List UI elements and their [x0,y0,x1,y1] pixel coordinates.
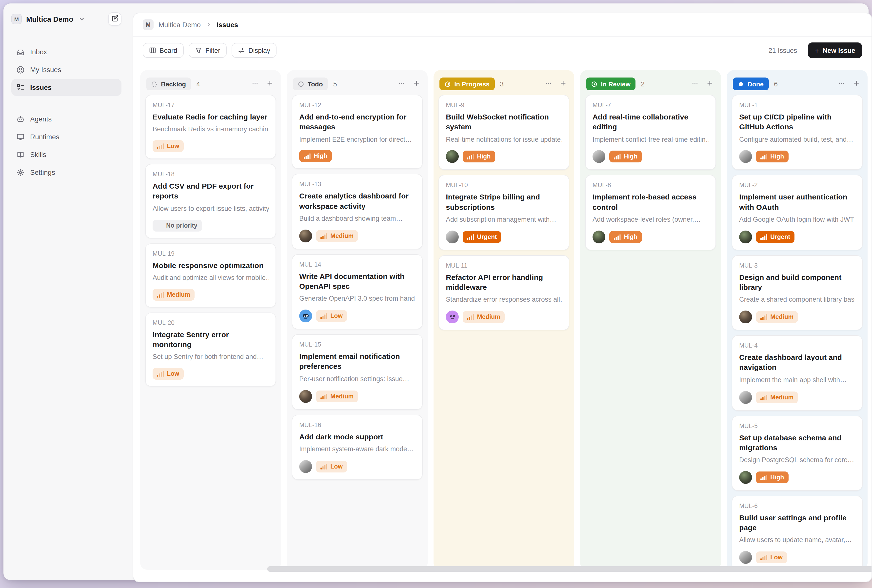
priority-badge: Urgent [756,231,795,243]
priority-label: Urgent [477,234,497,240]
issue-footer: Medium [739,310,855,323]
priority-bars-icon [467,154,474,160]
issue-card-mul-8[interactable]: MUL-8Implement role-based access control… [585,175,716,250]
column-more-button[interactable] [543,78,554,89]
priority-label: Medium [330,232,354,240]
workspace-switcher[interactable]: M Multica Demo [11,12,122,26]
column-add-button[interactable] [851,78,861,89]
board-view-button[interactable]: Board [143,43,184,58]
issue-card-mul-15[interactable]: MUL-15Implement email notification prefe… [292,334,423,410]
issues-count: 21 Issues [768,46,797,54]
column-more-button[interactable] [249,78,260,89]
kanban-column-done: Done6MUL-1Set up CI/CD pipeline with Git… [727,70,867,570]
issue-footer: High [593,231,708,243]
issue-card-mul-11[interactable]: MUL-11Refactor API error handling middle… [438,255,569,330]
filter-button[interactable]: Filter [189,43,227,58]
issue-description: Generate OpenAPI 3.0 spec from handl… [299,294,415,304]
issue-id: MUL-18 [153,171,269,178]
horizontal-scrollbar[interactable] [267,566,872,572]
display-button[interactable]: Display [231,43,277,58]
column-add-button[interactable] [264,78,275,89]
issue-card-mul-4[interactable]: MUL-4Create dashboard layout and navigat… [732,335,863,411]
sidebar-item-label: My Issues [30,66,61,74]
plus-icon: + [815,46,819,54]
column-count: 6 [774,80,778,88]
issue-card-mul-17[interactable]: MUL-17Evaluate Redis for caching layerBe… [145,95,276,159]
priority-badge: Low [153,140,184,152]
priority-badge: —No priority [153,219,202,231]
breadcrumb-workspace[interactable]: Multica Demo [159,21,201,28]
review-clock-icon [591,81,597,87]
issue-card-mul-13[interactable]: MUL-13Create analytics dashboard for wor… [292,174,423,249]
issue-card-mul-10[interactable]: MUL-10Integrate Stripe billing and subsc… [438,175,569,250]
issue-title: Design and build component library [739,273,855,292]
column-more-button[interactable] [396,78,407,89]
issue-footer: Urgent [739,231,855,243]
issue-title: Create dashboard layout and navigation [739,352,855,372]
issue-id: MUL-8 [593,182,708,189]
priority-bars-icon [320,393,327,399]
issue-description: Implement E2E encryption for direct… [299,135,415,144]
issue-card-mul-2[interactable]: MUL-2Implement user authentication with … [732,175,863,250]
column-label: Todo [308,80,323,88]
issue-card-mul-6[interactable]: MUL-6Build user settings and profile pag… [732,496,863,571]
issue-description: Implement the main app shell with… [739,375,855,385]
issue-id: MUL-9 [446,102,562,109]
issue-card-mul-7[interactable]: MUL-7Add real-time collaborative editing… [585,95,716,170]
priority-badge: Medium [316,230,358,242]
column-more-button[interactable] [836,78,847,89]
issue-title: Add end-to-end encryption for messages [299,112,415,132]
assignee-avatar [446,150,459,163]
plus-icon [706,80,713,88]
issue-card-mul-20[interactable]: MUL-20Integrate Sentry error monitoringS… [145,312,276,387]
column-header: In Progress3 [438,75,569,93]
issue-card-mul-12[interactable]: MUL-12Add end-to-end encryption for mess… [292,95,423,169]
issue-card-mul-1[interactable]: MUL-1Set up CI/CD pipeline with GitHub A… [732,95,863,170]
issue-footer: Medium [153,289,269,300]
assignee-avatar [593,150,605,163]
assignee-avatar [739,310,752,323]
priority-badge: Medium [756,311,798,323]
issue-description: Configure automated build, test, and… [739,135,855,144]
issue-footer: Low [153,140,269,152]
priority-label: Low [330,463,343,470]
issue-id: MUL-2 [739,182,855,189]
column-header: Done6 [732,75,863,93]
issue-footer: High [446,150,562,163]
sidebar-item-runtimes[interactable]: Runtimes [11,128,122,145]
sidebar-item-issues[interactable]: Issues [11,79,122,96]
issue-card-mul-14[interactable]: MUL-14Write API documentation with OpenA… [292,254,423,330]
more-icon [398,80,405,88]
column-status-pill: Done [733,78,768,90]
issue-card-mul-19[interactable]: MUL-19Mobile responsive optimizationAudi… [145,243,276,308]
sidebar-item-inbox[interactable]: Inbox [11,44,122,60]
breadcrumb-page: Issues [216,21,238,28]
compose-button[interactable] [108,12,122,26]
sidebar-item-my-issues[interactable]: My Issues [11,61,122,78]
issue-card-mul-16[interactable]: MUL-16Add dark mode supportImplement sys… [292,414,423,480]
column-more-button[interactable] [689,78,700,89]
priority-label: High [624,153,638,160]
issue-id: MUL-15 [299,341,415,348]
sidebar-item-settings[interactable]: Settings [11,164,122,181]
filter-label: Filter [206,46,220,54]
issue-card-mul-3[interactable]: MUL-3Design and build component libraryC… [732,255,863,330]
priority-label: High [477,153,491,160]
column-header: Todo5 [292,75,423,93]
priority-bars-icon [760,154,767,160]
issue-card-mul-5[interactable]: MUL-5Set up database schema and migratio… [732,416,863,491]
column-add-button[interactable] [411,78,422,89]
issue-card-mul-9[interactable]: MUL-9Build WebSocket notification system… [438,95,569,170]
issue-footer: Low [299,460,415,473]
sidebar-item-skills[interactable]: Skills [11,146,122,163]
assignee-avatar [739,231,752,243]
column-add-button[interactable] [557,78,568,89]
issue-card-mul-18[interactable]: MUL-18Add CSV and PDF export for reports… [145,164,276,238]
book-icon [16,150,25,159]
issue-id: MUL-17 [153,102,269,109]
more-icon [838,80,845,88]
new-issue-button[interactable]: + New Issue [808,42,862,58]
column-add-button[interactable] [704,78,715,89]
sidebar-item-agents[interactable]: Agents [11,111,122,128]
issue-footer: Low [299,309,415,322]
